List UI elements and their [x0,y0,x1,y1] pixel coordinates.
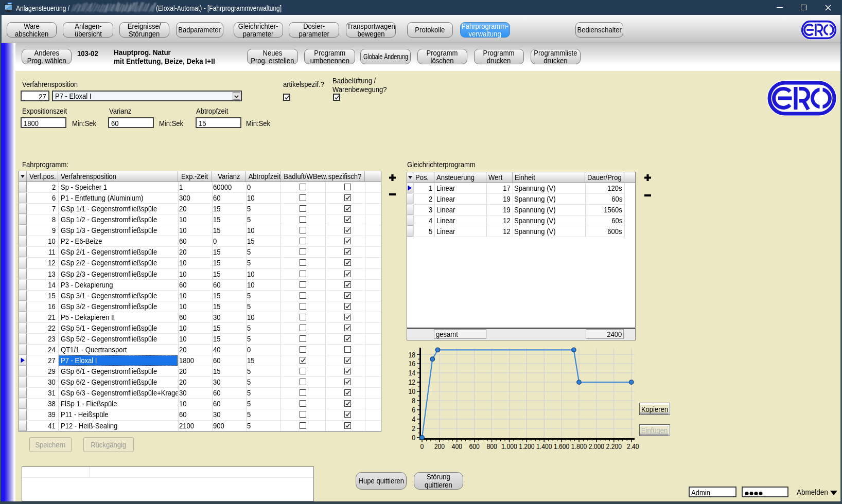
svg-text:12: 12 [408,377,415,386]
svg-text:0: 0 [412,433,415,442]
svg-text:16: 16 [408,359,415,368]
svg-text:2.200: 2.200 [606,442,622,451]
svg-text:8: 8 [412,396,415,405]
svg-text:10: 10 [408,387,415,395]
svg-text:400: 400 [452,442,462,451]
svg-text:2.000: 2.000 [589,442,604,451]
svg-text:1.400: 1.400 [536,442,552,451]
svg-text:1.200: 1.200 [519,442,534,451]
svg-text:1.800: 1.800 [571,442,587,451]
svg-text:4: 4 [412,415,415,423]
svg-text:1.000: 1.000 [501,442,517,451]
svg-text:200: 200 [434,442,445,451]
svg-text:2: 2 [412,424,415,433]
svg-text:0: 0 [420,442,424,451]
svg-text:18: 18 [408,350,415,359]
svg-text:14: 14 [408,368,415,377]
svg-text:800: 800 [486,442,497,451]
svg-text:6: 6 [412,405,415,414]
svg-text:600: 600 [469,442,480,451]
svg-text:1.600: 1.600 [554,442,569,451]
svg-text:2.40: 2.40 [627,442,639,451]
